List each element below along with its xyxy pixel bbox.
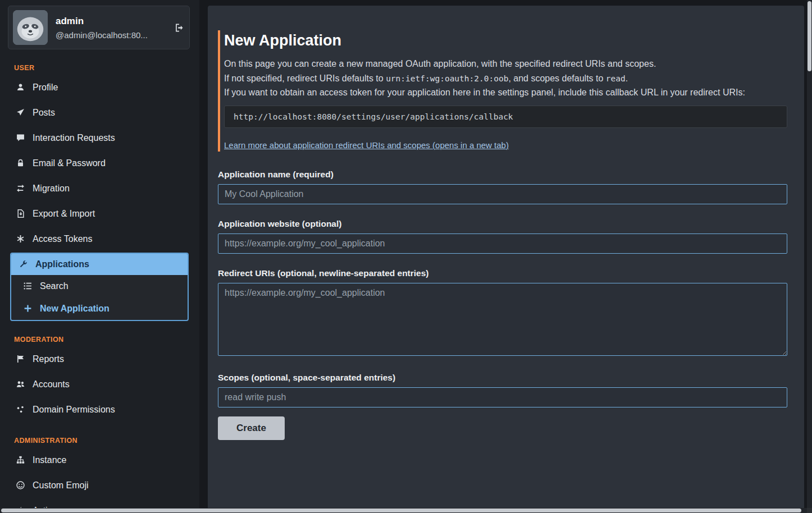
sidebar-item-label: Interaction Requests (33, 132, 115, 143)
intro-block: New Application On this page you can cre… (218, 30, 787, 152)
new-application-panel: New Application On this page you can cre… (208, 6, 804, 513)
create-button[interactable]: Create (218, 416, 285, 440)
sidebar-item-label: New Application (40, 303, 110, 314)
sidebar-nav-moderation: Reports Accounts Domain Permissions (0, 346, 199, 422)
section-header-moderation: MODERATION (14, 336, 199, 343)
inline-code-oob: urn:ietf:wg:oauth:2.0:oob (386, 74, 508, 83)
application-website-input[interactable] (218, 233, 787, 254)
main-area: New Application On this page you can cre… (199, 0, 812, 513)
username: admin (56, 16, 148, 27)
application-name-label: Application name (required) (218, 170, 787, 180)
user-meta: admin @admin@localhost:80... (56, 16, 148, 40)
sidebar-item-new-application[interactable]: New Application (11, 297, 188, 320)
users-icon (16, 380, 25, 388)
intro-line2: If not specified, redirect URIs defaults… (224, 72, 787, 86)
user-icon (16, 83, 25, 91)
sidebar-item-label: Posts (33, 107, 55, 118)
comment-icon (16, 134, 25, 142)
application-name-input[interactable] (218, 184, 787, 204)
horizontal-scrollbar-track[interactable] (0, 508, 807, 513)
intro-line3: If you want to obtain an access token fo… (224, 86, 787, 100)
sidebar-item-label: Instance (33, 455, 66, 465)
intro-line1: On this page you can create a new manage… (224, 57, 787, 71)
applications-group: Applications Search New Application (10, 253, 189, 321)
sidebar-item-domain-permissions[interactable]: Domain Permissions (0, 397, 199, 422)
paper-plane-icon (16, 108, 25, 117)
sidebar-item-migration[interactable]: Migration (0, 176, 199, 201)
tools-icon (19, 260, 28, 268)
sidebar-nav-administration: Instance Custom Emoji Actions (0, 447, 199, 513)
flag-icon (16, 355, 25, 363)
intro-text-segment: . (626, 74, 628, 83)
vertical-scrollbar-thumb[interactable] (808, 1, 811, 71)
list-icon (24, 282, 32, 290)
callback-url-code: http://localhost:8080/settings/user/appl… (224, 106, 787, 128)
section-header-administration: ADMINISTRATION (14, 437, 199, 445)
sidebar: admin @admin@localhost:80... USER Profil… (0, 0, 199, 513)
new-application-form: Application name (required) Application … (218, 170, 787, 440)
user-card: admin @admin@localhost:80... (8, 6, 190, 49)
sidebar-item-label: Reports (33, 354, 64, 364)
sidebar-item-label: Accounts (33, 379, 70, 390)
app-root: admin @admin@localhost:80... USER Profil… (0, 0, 812, 513)
sidebar-item-search[interactable]: Search (11, 275, 188, 297)
sidebar-item-applications[interactable]: Applications (11, 254, 188, 275)
sidebar-nav-user: Profile Posts Interaction Requests Email… (0, 75, 199, 321)
plus-icon (24, 304, 32, 313)
user-handle: @admin@localhost:80... (56, 30, 148, 40)
sidebar-item-reports[interactable]: Reports (0, 346, 199, 372)
sidebar-item-label: Domain Permissions (33, 404, 115, 415)
logout-icon[interactable] (175, 24, 184, 32)
vertical-scrollbar-track[interactable] (807, 0, 812, 508)
sidebar-item-label: Applications (35, 259, 89, 269)
application-website-label: Application website (optional) (218, 219, 787, 229)
horizontal-scrollbar-thumb[interactable] (1, 509, 801, 512)
scrollbar-corner (807, 508, 812, 513)
transfer-icon (16, 184, 25, 193)
redirect-uris-textarea[interactable] (218, 283, 787, 356)
sidebar-item-access-tokens[interactable]: Access Tokens (0, 226, 199, 251)
sidebar-item-label: Export & Import (33, 208, 95, 219)
sidebar-item-instance[interactable]: Instance (0, 447, 199, 473)
intro-text-segment: , and scopes defaults to (508, 74, 605, 83)
sloth-avatar-image (13, 10, 48, 45)
sidebar-item-export-import[interactable]: Export & Import (0, 201, 199, 226)
page-title: New Application (224, 31, 787, 49)
lock-icon (16, 159, 25, 167)
section-header-user: USER (14, 64, 199, 72)
sidebar-item-label: Profile (33, 82, 58, 93)
sidebar-item-custom-emoji[interactable]: Custom Emoji (0, 473, 199, 498)
asterisk-icon (16, 235, 25, 243)
applications-submenu: Search New Application (11, 275, 188, 320)
sitemap-icon (16, 456, 25, 464)
sidebar-item-accounts[interactable]: Accounts (0, 372, 199, 397)
intro-text-segment: If not specified, redirect URIs defaults… (224, 74, 386, 83)
avatar (13, 10, 48, 45)
sidebar-item-label: Migration (33, 183, 70, 194)
learn-more-link[interactable]: Learn more about application redirect UR… (224, 140, 509, 150)
redirect-uris-label: Redirect URIs (optional, newline-separat… (218, 268, 787, 278)
sidebar-item-interaction-requests[interactable]: Interaction Requests (0, 125, 199, 150)
sidebar-item-label: Email & Password (33, 158, 106, 168)
dots-icon (16, 405, 25, 414)
scopes-input[interactable] (218, 387, 787, 407)
scopes-label: Scopes (optional, space-separated entrie… (218, 373, 787, 383)
smile-icon (16, 481, 25, 489)
sidebar-item-label: Search (40, 281, 69, 291)
sidebar-item-label: Custom Emoji (33, 480, 89, 491)
inline-code-read: read (606, 74, 626, 83)
file-export-icon (16, 209, 25, 218)
sidebar-item-email-password[interactable]: Email & Password (0, 150, 199, 176)
sidebar-item-label: Access Tokens (33, 233, 92, 244)
sidebar-item-profile[interactable]: Profile (0, 75, 199, 100)
sidebar-item-posts[interactable]: Posts (0, 100, 199, 125)
